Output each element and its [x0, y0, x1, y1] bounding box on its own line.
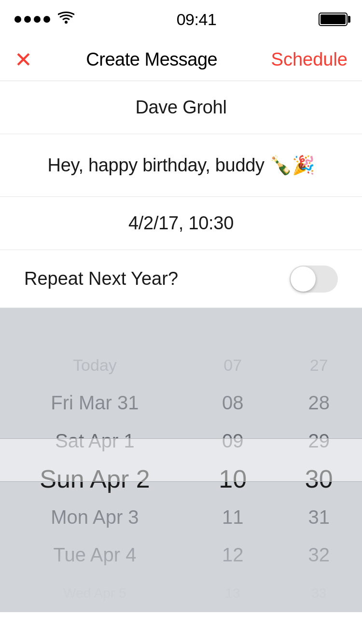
picker-date-item[interactable]: Today [0, 346, 190, 384]
picker-min-item[interactable]: 27 [276, 346, 362, 384]
close-button[interactable]: ✕ [14, 49, 32, 70]
picker-min-item[interactable]: 32 [276, 536, 362, 574]
picker-date-item[interactable]: Mon Apr 3 [0, 498, 190, 536]
picker-hour-item[interactable]: 07 [190, 346, 276, 384]
schedule-button[interactable]: Schedule [271, 49, 348, 70]
wifi-icon [58, 11, 74, 28]
datetime-picker[interactable]: Today Fri Mar 31 Sat Apr 1 Sun Apr 2 Mon… [0, 308, 362, 612]
svg-point-0 [65, 21, 68, 24]
picker-date-item[interactable] [0, 308, 190, 346]
nav-bar: ✕ Create Message Schedule [0, 39, 362, 81]
toggle-knob [291, 266, 316, 292]
status-time: 09:41 [177, 10, 217, 29]
picker-date-item[interactable]: Wed Apr 5 [0, 574, 190, 612]
picker-min-item[interactable]: 31 [276, 498, 362, 536]
recipient-value: Dave Grohl [135, 97, 226, 118]
page-title: Create Message [86, 49, 217, 70]
battery-fill [320, 14, 346, 24]
picker-hour-item[interactable]: 13 [190, 574, 276, 612]
dot-1 [14, 16, 21, 23]
picker-hour-item[interactable]: 12 [190, 536, 276, 574]
repeat-toggle[interactable] [290, 266, 338, 293]
dot-2 [24, 16, 31, 23]
datetime-value: 4/2/17, 10:30 [128, 213, 234, 234]
picker-min-item[interactable] [276, 308, 362, 346]
dot-4 [43, 16, 50, 23]
picker-hour-item[interactable] [190, 308, 276, 346]
picker-date-item[interactable]: Fri Mar 31 [0, 384, 190, 422]
picker-hour-item[interactable]: 11 [190, 498, 276, 536]
selection-band [0, 438, 362, 482]
message-field[interactable]: Hey, happy birthday, buddy 🍾🎉 [0, 134, 362, 197]
picker-min-item[interactable]: 33 [276, 574, 362, 612]
dot-3 [34, 16, 41, 23]
picker-date-item[interactable]: Tue Apr 4 [0, 536, 190, 574]
status-bar: 09:41 [0, 0, 362, 39]
repeat-label: Repeat Next Year? [24, 268, 178, 289]
datetime-field[interactable]: 4/2/17, 10:30 [0, 197, 362, 250]
message-value: Hey, happy birthday, buddy 🍾🎉 [48, 153, 315, 178]
picker-hour-item[interactable]: 08 [190, 384, 276, 422]
recipient-field[interactable]: Dave Grohl [0, 81, 362, 134]
signal-dots [14, 16, 50, 23]
battery-icon [319, 13, 348, 26]
picker-min-item[interactable]: 28 [276, 384, 362, 422]
content-area: Dave Grohl Hey, happy birthday, buddy 🍾🎉… [0, 81, 362, 308]
repeat-row: Repeat Next Year? [0, 250, 362, 308]
signal-area [14, 11, 74, 28]
